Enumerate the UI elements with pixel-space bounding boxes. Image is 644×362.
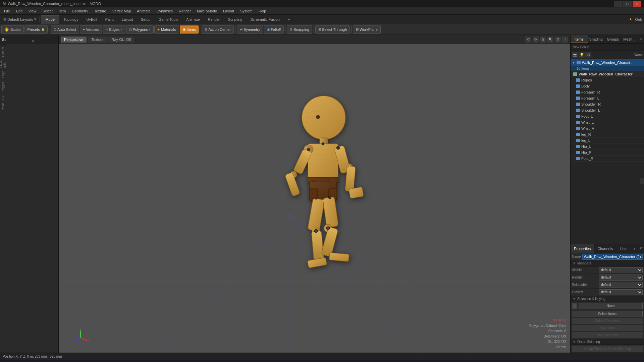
tree-item-1[interactable]: Ropes — [571, 77, 644, 83]
tree-item-8[interactable]: Wrist_L — [571, 119, 644, 125]
menu-vertex-map[interactable]: Vertex Map — [110, 8, 134, 14]
tree-item-11[interactable]: leg_L — [571, 137, 644, 143]
tree-item-13[interactable]: Hip_R — [571, 149, 644, 156]
none-button[interactable]: None — [579, 303, 643, 309]
tree-item-9[interactable]: Wrist_R — [571, 125, 644, 131]
falloff-button[interactable]: ◉ Falloff — [264, 25, 284, 34]
right-edge-tab[interactable]: ⋮ — [640, 178, 644, 184]
rp-icon-camera[interactable]: 📷 — [572, 52, 578, 58]
vp-icon-settings[interactable]: ⚙ — [555, 37, 561, 43]
props-tab-properties[interactable]: Properties — [571, 244, 594, 253]
tab-scripting[interactable]: Scripting — [224, 15, 247, 24]
presets-button[interactable]: Presets 🔒 — [24, 25, 48, 34]
menu-render[interactable]: Render — [176, 8, 194, 14]
win-app-explorer[interactable]: 📁 — [100, 361, 112, 362]
left-tab-paint[interactable]: Paint — [1, 102, 5, 112]
key-items-button[interactable]: Key Items — [572, 325, 643, 331]
menu-animate[interactable]: Animate — [134, 8, 153, 14]
tree-item-2[interactable]: Body — [571, 83, 644, 89]
tree-item-3[interactable]: Forearm_R — [571, 89, 644, 95]
materials-button[interactable]: ◈ Materials — [154, 25, 179, 34]
menu-geometry[interactable]: Geometry — [69, 8, 91, 14]
new-group-label[interactable]: New Group — [573, 45, 590, 49]
menu-view[interactable]: View — [26, 8, 39, 14]
tab-model[interactable]: Model — [41, 15, 59, 24]
vp-icon-zoom[interactable]: ⊕ — [540, 37, 546, 43]
tree-root-item[interactable]: ▼ Walk_Raw_Wooden_Charact... — [571, 59, 644, 66]
layout-dropdown[interactable]: ⊞ Default Layouts ▾ — [1, 17, 38, 21]
maximize-button[interactable]: □ — [623, 1, 632, 7]
win-app-extra1[interactable] — [138, 361, 150, 362]
rp-tab-items[interactable]: Items — [571, 35, 588, 43]
tab-setup[interactable]: Setup — [137, 15, 155, 24]
props-visible-select[interactable]: default — [599, 267, 643, 273]
left-tab-uv[interactable]: UV — [1, 94, 5, 101]
tab-topology[interactable]: Topology — [59, 15, 82, 24]
workplane-button[interactable]: ⊟ WorkPlane — [353, 25, 381, 34]
menu-select[interactable]: Select — [40, 8, 55, 14]
tree-item-7[interactable]: Foot_L — [571, 113, 644, 119]
left-tab-edge[interactable]: Edge — [1, 70, 5, 79]
tab-add[interactable]: + — [284, 15, 294, 24]
vp-tab-raygl[interactable]: Ray GL: Off — [108, 37, 135, 43]
menu-layout[interactable]: Layout — [220, 8, 237, 14]
props-tab-lists[interactable]: Lists — [616, 244, 631, 253]
tree-item-0[interactable]: Walk_Raw_Wooden_Character — [571, 71, 644, 77]
rp-icon-light[interactable]: 💡 — [579, 52, 585, 58]
tree-item-10[interactable]: leg_R — [571, 131, 644, 137]
menu-item[interactable]: Item — [56, 8, 68, 14]
toggle-panel-btn[interactable]: ◀ — [31, 39, 34, 43]
tree-item-12[interactable]: Hip_L — [571, 143, 644, 149]
tab-animate[interactable]: Animate — [182, 15, 204, 24]
menu-help[interactable]: Help — [256, 8, 269, 14]
minimize-button[interactable]: — — [614, 1, 623, 7]
vp-icon-refresh[interactable]: ⟳ — [533, 37, 539, 43]
rp-expand-btn[interactable]: ⇱ — [638, 35, 644, 43]
items-button[interactable]: ◉ Items — [180, 25, 199, 34]
auto-select-button[interactable]: ⊡ Auto Select — [51, 25, 79, 34]
menu-maxtomodo[interactable]: MaxToModo — [194, 8, 220, 14]
rp-icon-mesh[interactable]: ⬡ — [585, 52, 591, 58]
props-render-select[interactable]: default — [599, 275, 643, 281]
win-start-button[interactable] — [1, 361, 13, 362]
tree-item-6[interactable]: Shoulder_L — [571, 107, 644, 113]
grid-icon-btn[interactable]: ⠿ — [572, 303, 577, 309]
select-channels-button[interactable]: Select Channels — [572, 318, 643, 324]
props-tab-channels[interactable]: Channels — [594, 244, 616, 253]
vp-tab-perspective[interactable]: Perspective — [61, 37, 87, 43]
symmetry-button[interactable]: ⇌ Symmetry — [237, 25, 263, 34]
rp-tab-groups[interactable]: Groups — [604, 35, 622, 43]
tab-render[interactable]: Render — [204, 15, 224, 24]
select-items-button[interactable]: Select Items — [572, 311, 643, 317]
menu-edit[interactable]: Edit — [13, 8, 25, 14]
edges-button[interactable]: ─ Edges ▸ — [103, 25, 125, 34]
vp-icon-rotate[interactable]: ↺ — [525, 37, 531, 43]
rp-tab-shading[interactable]: Shading — [588, 35, 605, 43]
snapping-button[interactable]: ⊙ Snapping — [287, 25, 312, 34]
win-app-extra2[interactable] — [151, 361, 163, 362]
key-channels-button[interactable]: Key Channels — [572, 332, 643, 338]
vertices-button[interactable]: ● Vertices — [80, 25, 102, 34]
polygons-button[interactable]: ◻ Polygons ▸ — [126, 25, 154, 34]
tree-item-5[interactable]: Shoulder_R — [571, 101, 644, 107]
left-tab-deform[interactable]: Deform — [1, 46, 5, 58]
close-button[interactable]: ✕ — [633, 1, 641, 7]
left-tab-polygon[interactable]: Polygon — [1, 80, 5, 94]
menu-file[interactable]: File — [1, 8, 13, 14]
props-add-btn[interactable]: + — [631, 244, 638, 253]
rp-tab-mesh[interactable]: Mesh ... — [622, 35, 639, 43]
viewport[interactable]: Perspective Texture Ray GL: Off ↺ ⟳ ⊕ 🔍 … — [59, 35, 570, 353]
win-app-modo[interactable]: M — [125, 361, 138, 362]
vp-icon-search[interactable]: 🔍 — [547, 37, 553, 43]
vp-tab-texture[interactable]: Texture — [88, 37, 107, 43]
props-name-input[interactable] — [582, 254, 643, 260]
menu-system[interactable]: System — [237, 8, 255, 14]
sculpt-button[interactable]: ✋ Sculpt — [1, 25, 24, 34]
win-app-taskview[interactable] — [87, 361, 99, 362]
menu-dynamics[interactable]: Dynamics — [154, 8, 175, 14]
assign-remove-onion-button[interactable]: Assign/Remove Onion Skinning — [572, 346, 643, 352]
vp-icon-more[interactable]: ⋮ — [562, 37, 568, 43]
select-through-button[interactable]: ⊞ Select Through — [315, 25, 350, 34]
menu-texture[interactable]: Texture — [92, 8, 109, 14]
props-expand-btn[interactable]: ⇱ — [638, 244, 644, 253]
